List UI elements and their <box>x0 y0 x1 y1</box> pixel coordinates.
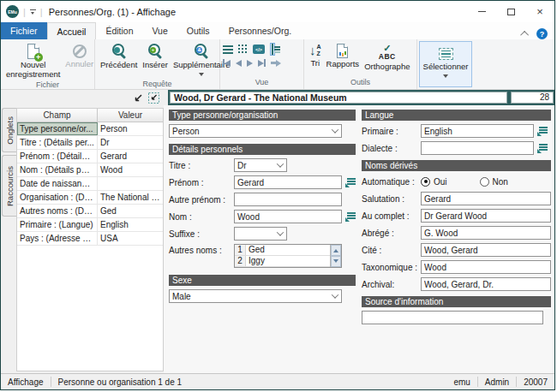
autre-prenom-label: Autre prénom : <box>169 195 234 205</box>
minimize-button[interactable] <box>467 1 496 22</box>
lookup-list-icon[interactable] <box>345 212 356 222</box>
titlebar-divider: | <box>40 7 43 17</box>
list-item[interactable]: 1 Ged <box>235 245 330 256</box>
close-button[interactable]: × <box>525 1 554 22</box>
new-record-icon: + <box>27 44 39 59</box>
au-complet-field[interactable] <box>421 209 551 223</box>
table-row[interactable]: Titre : (Détails per... Dr <box>17 136 163 150</box>
last-record-icon[interactable] <box>258 59 266 67</box>
next-record-icon[interactable] <box>247 60 253 67</box>
table-row[interactable]: Type personne/or... Person <box>17 122 163 136</box>
table-row[interactable]: Prénom : (Détails ... Gerard <box>17 150 163 163</box>
table-row[interactable]: Pays : (Adresse p... USA <box>17 232 163 246</box>
column-header-valeur[interactable]: Valeur <box>98 109 163 122</box>
titre-combobox[interactable]: Dr <box>234 158 287 172</box>
table-row[interactable]: Organisation : (Dé... The National Museu… <box>17 191 163 205</box>
previous-record-icon[interactable] <box>236 60 242 67</box>
first-record-icon[interactable] <box>223 59 231 67</box>
select-grid-icon <box>439 48 453 60</box>
section-header-sexe: Sexe <box>169 275 356 286</box>
tab-raccourcis[interactable]: Raccourcis <box>2 155 16 217</box>
table-row[interactable]: Autres noms : (Dé... Ged <box>17 205 163 218</box>
autre-prenom-field[interactable] <box>234 193 342 206</box>
column-header-champ[interactable]: Champ <box>17 109 98 122</box>
sexe-combobox[interactable]: Male <box>169 289 342 303</box>
grid-view-icon[interactable] <box>238 45 248 54</box>
source-field[interactable] <box>362 311 543 324</box>
scroll-up-icon[interactable] <box>331 245 341 256</box>
section-header-noms-derives: Noms dérivés <box>362 160 551 171</box>
lookup-list-icon[interactable] <box>537 127 548 136</box>
tab-accueil[interactable]: Accueil <box>47 22 97 39</box>
table-row[interactable]: Primaire : (Langue) English <box>17 218 163 232</box>
code-view-icon[interactable] <box>253 45 265 54</box>
radio-non-label[interactable]: Non <box>493 177 508 187</box>
tab-onglets[interactable]: Onglets <box>2 108 16 152</box>
form-column-right: Langue Primaire : Dialecte : Noms dérivé… <box>362 110 551 324</box>
radio-oui-label[interactable]: Oui <box>434 177 447 187</box>
drag-field-icon[interactable] <box>134 93 143 103</box>
primaire-field[interactable] <box>421 124 534 138</box>
side-tab-strip: Onglets Raccourcis <box>1 105 16 373</box>
status-record-info: Personne ou organisation 1 de 1 <box>51 377 189 387</box>
automatique-label: Automatique : <box>362 177 421 187</box>
lookup-list-icon[interactable] <box>345 178 356 187</box>
minimize-icon <box>478 11 486 12</box>
tab-personnes-org[interactable]: Personnes/Org. <box>219 22 302 39</box>
tab-vue[interactable]: Vue <box>142 22 177 39</box>
taxonomique-field[interactable] <box>421 260 551 274</box>
ribbon-group-vue: Vue <box>220 39 304 89</box>
spelling-button[interactable]: ✓ABC Orthographe <box>362 42 412 72</box>
cite-field[interactable] <box>421 243 551 257</box>
archival-field[interactable] <box>421 277 551 291</box>
details-view-selected[interactable] <box>270 43 275 56</box>
maximize-button[interactable] <box>496 1 525 22</box>
status-mode: Affichage <box>1 377 51 387</box>
drag-selection-icon[interactable] <box>148 92 159 104</box>
primaire-label: Primaire : <box>362 127 421 136</box>
status-user: Admin <box>478 377 516 387</box>
previous-query-button[interactable]: Précédent <box>98 42 140 71</box>
salutation-field[interactable] <box>421 192 551 205</box>
radio-oui[interactable] <box>421 177 430 187</box>
autres-noms-grid[interactable]: 1 Ged 2 Iggy <box>234 244 342 268</box>
tab-fichier[interactable]: Fichier <box>1 22 47 39</box>
insert-query-button[interactable]: + Insérer <box>140 42 171 71</box>
cite-label: Cité : <box>362 246 421 255</box>
scroll-down-icon[interactable] <box>331 256 341 267</box>
ribbon-empty-area <box>474 39 554 89</box>
goto-record-icon[interactable] <box>271 60 281 67</box>
lookup-list-icon[interactable] <box>537 144 548 153</box>
table-row[interactable]: Date de naissance... <box>17 177 163 191</box>
suffixe-combobox[interactable] <box>234 227 287 241</box>
new-record-button[interactable]: + Nouvel enregistrement <box>3 42 63 80</box>
group-label-outils: Outils <box>304 78 416 89</box>
tab-outils[interactable]: Outils <box>177 22 219 39</box>
list-item[interactable]: 2 Iggy <box>235 256 330 267</box>
maximize-icon <box>507 9 515 15</box>
sort-button[interactable]: ↓AZ Tri <box>307 42 324 69</box>
record-header-band: Wood, Dr Gerard - The National Museum 28 <box>1 90 554 105</box>
table-row[interactable]: Nom : (Détails per... Wood <box>17 163 163 177</box>
help-icon[interactable]: ? <box>536 28 548 39</box>
spellcheck-icon: ✓ABC <box>379 44 396 61</box>
dialecte-field[interactable] <box>421 141 534 155</box>
prenom-label: Prénom : <box>169 178 234 187</box>
abrege-field[interactable] <box>421 226 551 240</box>
cancel-button[interactable]: Annuler <box>63 42 96 70</box>
select-button[interactable]: Sélectionner <box>419 41 472 87</box>
type-combobox[interactable]: Person <box>169 124 342 138</box>
details-view-icon <box>272 44 273 55</box>
collapse-ribbon-icon[interactable] <box>520 31 529 39</box>
app-window: EMu | | Personnes/Org. (1) - Affichage ×… <box>0 0 555 390</box>
list-view-icon[interactable] <box>223 45 233 54</box>
status-bar: Affichage Personne ou organisation 1 de … <box>1 373 554 389</box>
names-scrollbar[interactable] <box>330 245 341 267</box>
prenom-field[interactable] <box>234 175 342 189</box>
tab-edition[interactable]: Édition <box>96 22 142 39</box>
reports-button[interactable]: Rapports <box>324 42 362 70</box>
nom-field[interactable] <box>234 210 342 223</box>
quick-access-dropdown-icon[interactable] <box>30 9 36 15</box>
radio-non[interactable] <box>480 177 489 187</box>
abrege-label: Abrégé : <box>362 229 421 238</box>
